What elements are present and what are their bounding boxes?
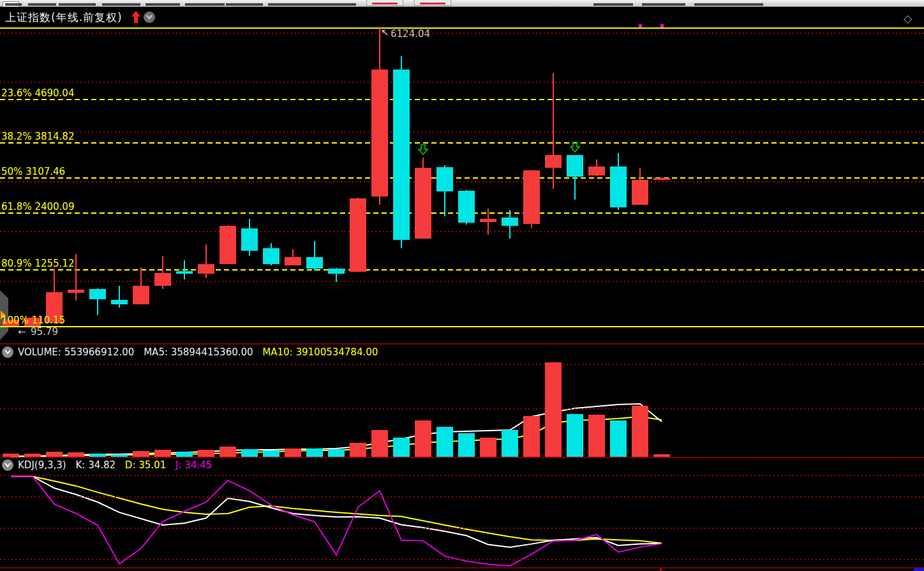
candle-2006[interactable] (350, 198, 366, 272)
vol-bar-2016[interactable] (567, 414, 583, 457)
price-grid-line (0, 231, 924, 232)
volume-collapse-icon[interactable] (2, 346, 13, 358)
candle-2004[interactable] (306, 257, 323, 269)
candle-2009[interactable] (415, 168, 431, 238)
peak-price-line (0, 27, 924, 29)
kdj-grid-line (0, 496, 924, 498)
volume-grid-line (0, 408, 924, 410)
candle-1996[interactable] (133, 286, 149, 304)
vol-bar-1993[interactable] (68, 452, 84, 457)
candle-2000[interactable] (220, 226, 236, 264)
vol-bar-2007[interactable] (371, 430, 388, 457)
candle-2016[interactable] (567, 155, 583, 177)
main-price-pane[interactable] (0, 0, 924, 319)
candle-1999[interactable] (198, 264, 214, 274)
fib-label: 50% 3107.46 (1, 166, 65, 177)
fib-line (0, 99, 924, 100)
low-price-label: 95.79 (31, 326, 58, 337)
vol-bar-2009[interactable] (415, 420, 431, 457)
app-window: 上证指数(年线.前复权) ◇ ↖ 6124.04 ← 95.79 VOLUME:… (0, 0, 924, 571)
vol-bar-2012[interactable] (480, 438, 496, 457)
vol-bar-2000[interactable] (220, 447, 236, 457)
candle-2014[interactable] (523, 170, 540, 223)
price-grid-line (0, 131, 924, 133)
kdj-grid-line (0, 559, 924, 560)
vol-bar-2013[interactable] (502, 430, 518, 457)
candle-2001[interactable] (241, 228, 258, 251)
vol-bar-2011[interactable] (458, 433, 475, 457)
kdj-k-value: K: 34.82 (75, 459, 116, 471)
fib-100-line (0, 326, 924, 327)
vol-bar-2005[interactable] (328, 449, 345, 457)
bottom-right-marker (914, 568, 924, 571)
kdj-j-value: J: 34.45 (175, 459, 212, 471)
period-marker-dot (660, 24, 664, 27)
kdj-bottom-border (0, 567, 924, 568)
vol-bar-2010[interactable] (436, 427, 453, 457)
fib-label: 61.8% 2400.09 (1, 201, 74, 212)
candle-1994[interactable] (89, 289, 106, 299)
vol-bar-2003[interactable] (285, 449, 301, 457)
candle-2010[interactable] (436, 167, 453, 191)
period-marker-dot (639, 24, 642, 27)
candle-2011[interactable] (458, 191, 475, 223)
candle-2002[interactable] (263, 248, 279, 264)
vol-bar-1998[interactable] (176, 452, 193, 457)
vol-bar-1996[interactable] (133, 451, 149, 457)
fib-label: 100% 110.15 (1, 315, 65, 326)
vol-bar-2018[interactable] (610, 420, 627, 457)
price-grid-line (0, 181, 924, 182)
fib-label: 80.9% 1255.12 (1, 258, 74, 269)
green-down-arrow-icon (418, 144, 429, 156)
vol-bar-2004[interactable] (306, 449, 323, 457)
candle-2018[interactable] (610, 167, 627, 207)
vol-bar-2001[interactable] (241, 449, 258, 457)
vol-bar-2002[interactable] (263, 450, 279, 457)
vol-bar-1999[interactable] (198, 450, 214, 457)
candle-2015[interactable] (545, 155, 562, 168)
candle-2017[interactable] (588, 167, 605, 175)
fib-line (0, 269, 924, 271)
kdj-name: KDJ(9,3,3) (18, 459, 66, 471)
fib-label: 38.2% 3814.82 (1, 131, 74, 142)
kdj-d-value: D: 35.01 (125, 459, 166, 471)
fib-line (0, 177, 924, 179)
vol-bar-1997[interactable] (154, 450, 171, 457)
vol-bar-2017[interactable] (588, 415, 605, 457)
vol-bar-1991[interactable] (24, 454, 41, 457)
candle-wick (75, 254, 77, 300)
candle-1993[interactable] (68, 290, 84, 293)
kdj-collapse-icon[interactable] (2, 459, 13, 471)
vol-bar-1994[interactable] (89, 454, 106, 457)
vol-bar-2015[interactable] (545, 362, 562, 457)
candle-2003[interactable] (285, 257, 301, 265)
candle-2005[interactable] (328, 269, 345, 274)
candle-2007[interactable] (371, 70, 388, 196)
candle-wick (553, 73, 554, 188)
volume-header: VOLUME: 553966912.00 MA5: 35894415360.00… (18, 346, 384, 358)
price-grid-line (0, 33, 924, 34)
volume-grid-line (0, 364, 924, 365)
candle-2019[interactable] (632, 180, 648, 204)
low-arrow-icon: ← (18, 326, 26, 337)
vol-bar-2020[interactable] (653, 454, 670, 457)
volume-ma5-value: MA5: 35894415360.00 (144, 346, 253, 358)
volume-value: VOLUME: 553966912.00 (18, 346, 134, 358)
vol-bar-1990[interactable] (3, 454, 19, 457)
candle-1997[interactable] (154, 273, 171, 286)
candle-2020[interactable] (653, 178, 670, 180)
price-grid-line (0, 82, 924, 83)
candle-1998[interactable] (176, 271, 193, 274)
vol-bar-2019[interactable] (632, 406, 648, 457)
vol-bar-2014[interactable] (523, 416, 540, 457)
vol-bar-1995[interactable] (111, 454, 128, 457)
candle-1995[interactable] (111, 300, 128, 304)
vol-bar-2008[interactable] (393, 438, 410, 457)
vol-bar-1992[interactable] (46, 452, 63, 457)
candle-2012[interactable] (480, 219, 496, 222)
volume-ma10-value: MA10: 39100534784.00 (262, 346, 378, 358)
candle-2008[interactable] (393, 70, 410, 240)
kdj-grid-line (0, 475, 924, 476)
candle-2013[interactable] (502, 218, 518, 226)
vol-bar-2006[interactable] (350, 443, 366, 457)
